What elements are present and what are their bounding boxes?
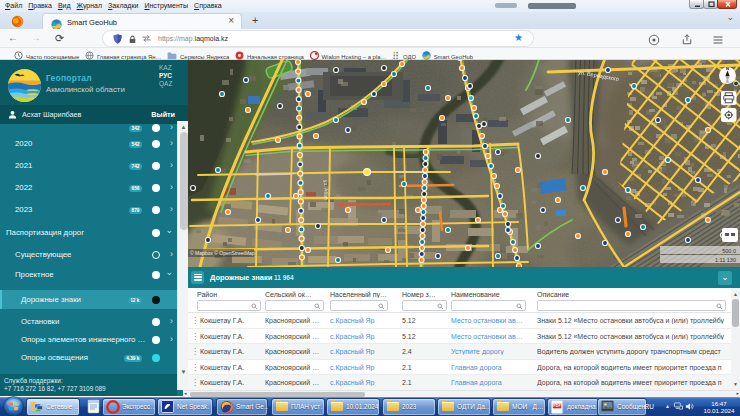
- svg-text:N: N: [726, 66, 729, 71]
- svg-text:ул. Абая: ул. Абая: [323, 180, 330, 200]
- svg-text:© Mapbox © OpenStreetMap: © Mapbox © OpenStreetMap: [190, 250, 255, 256]
- svg-text:500.0: 500.0: [722, 248, 736, 254]
- svg-text:1:11 130: 1:11 130: [715, 257, 736, 263]
- svg-text:PDF: PDF: [553, 404, 561, 408]
